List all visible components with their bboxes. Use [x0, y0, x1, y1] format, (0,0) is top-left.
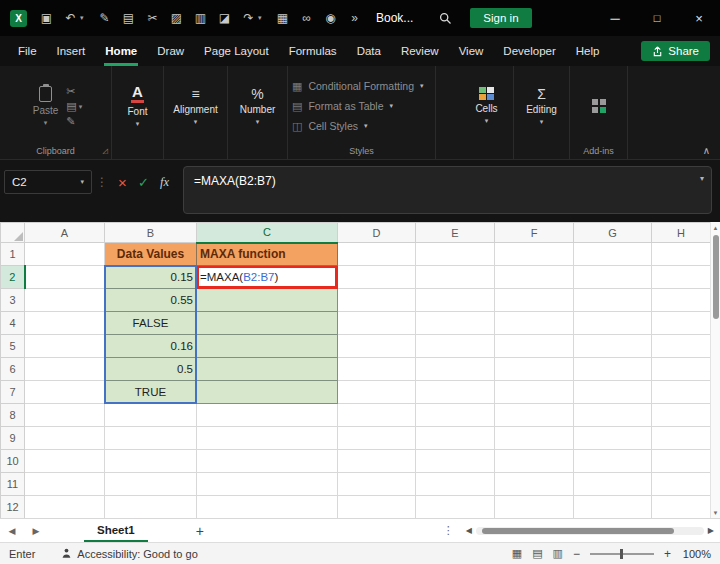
zoom-in-icon[interactable]: + [664, 547, 671, 561]
cell-F3[interactable] [495, 289, 574, 312]
row-header-7[interactable]: 7 [1, 381, 25, 404]
scroll-down-icon[interactable]: ▼ [713, 507, 719, 518]
expand-formula-bar-icon[interactable]: ▾ [700, 174, 704, 183]
row-header-9[interactable]: 9 [1, 427, 25, 450]
redo-icon[interactable]: ↷ [241, 12, 256, 24]
editing-button[interactable]: Σ Editing ▾ [522, 85, 561, 128]
cell-C6[interactable] [197, 358, 338, 381]
cell-E4[interactable] [416, 312, 495, 335]
cell-G2[interactable] [574, 266, 652, 289]
cell-D6[interactable] [338, 358, 416, 381]
cell-styles-button[interactable]: ◫ Cell Styles ▾ [292, 116, 431, 136]
col-header-C[interactable]: C [197, 223, 338, 243]
search-icon[interactable] [439, 12, 452, 25]
cell-H5[interactable] [652, 335, 711, 358]
cell-C2-editing[interactable]: =MAXA(B2:B7) [197, 266, 338, 289]
horizontal-scroll-track[interactable] [476, 527, 704, 535]
share-button[interactable]: Share [641, 41, 710, 61]
cell-E5[interactable] [416, 335, 495, 358]
col-header-D[interactable]: D [338, 223, 416, 243]
tab-review[interactable]: Review [391, 36, 449, 66]
cell-A12[interactable] [25, 496, 105, 519]
cell-G8[interactable] [574, 404, 652, 427]
cell-G1[interactable] [574, 243, 652, 266]
save-icon[interactable]: ▣ [39, 12, 54, 24]
row-header-5[interactable]: 5 [1, 335, 25, 358]
row-header-8[interactable]: 8 [1, 404, 25, 427]
scroll-right-icon[interactable]: ▶ [708, 526, 714, 535]
copy-button[interactable]: ▤▾ [66, 101, 82, 112]
cell-C10[interactable] [197, 450, 338, 473]
overflow-icon[interactable]: » [347, 12, 362, 24]
cell-D8[interactable] [338, 404, 416, 427]
cell-G4[interactable] [574, 312, 652, 335]
row-header-4[interactable]: 4 [1, 312, 25, 335]
sheet-tab-sheet1[interactable]: Sheet1 [84, 519, 148, 542]
tab-file[interactable]: File [8, 36, 47, 66]
page-break-view-icon[interactable]: ▥ [553, 548, 563, 559]
tab-page-layout[interactable]: Page Layout [194, 36, 279, 66]
cell-A10[interactable] [25, 450, 105, 473]
format-painter-button[interactable]: ✎ [66, 116, 82, 127]
row-header-3[interactable]: 3 [1, 289, 25, 312]
camera-icon[interactable]: ◉ [323, 12, 338, 24]
col-header-G[interactable]: G [574, 223, 652, 243]
close-button[interactable]: × [678, 0, 720, 36]
cells-button[interactable]: Cells ▾ [471, 85, 501, 127]
cell-C9[interactable] [197, 427, 338, 450]
cell-E2[interactable] [416, 266, 495, 289]
cell-D2[interactable] [338, 266, 416, 289]
cell-H6[interactable] [652, 358, 711, 381]
cell-H9[interactable] [652, 427, 711, 450]
row-header-12[interactable]: 12 [1, 496, 25, 519]
cut-button[interactable]: ✂ [66, 86, 82, 97]
link-icon[interactable]: ∞ [299, 12, 314, 24]
cell-E6[interactable] [416, 358, 495, 381]
insert-function-button[interactable]: fx [154, 170, 175, 194]
row-header-11[interactable]: 11 [1, 473, 25, 496]
cell-F4[interactable] [495, 312, 574, 335]
enter-button[interactable]: ✓ [133, 170, 154, 194]
picture-icon[interactable]: ▨ [169, 12, 184, 24]
cell-A9[interactable] [25, 427, 105, 450]
prev-sheet-icon[interactable]: ◀ [0, 526, 24, 536]
cell-G10[interactable] [574, 450, 652, 473]
copy-icon[interactable]: ▤ [121, 12, 136, 24]
excel-logo-icon[interactable]: X [10, 10, 27, 27]
add-sheet-button[interactable]: + [190, 523, 210, 539]
cell-E12[interactable] [416, 496, 495, 519]
cell-E7[interactable] [416, 381, 495, 404]
cell-G7[interactable] [574, 381, 652, 404]
cell-A2[interactable] [25, 266, 105, 289]
collapse-ribbon-icon[interactable]: ∧ [703, 145, 710, 156]
cell-E9[interactable] [416, 427, 495, 450]
cell-B4[interactable]: FALSE [105, 312, 197, 335]
col-header-F[interactable]: F [495, 223, 574, 243]
cell-F6[interactable] [495, 358, 574, 381]
cell-B2[interactable]: 0.15 [105, 266, 197, 289]
cut-icon[interactable]: ✂ [145, 12, 160, 24]
cell-B5[interactable]: 0.16 [105, 335, 197, 358]
cell-F7[interactable] [495, 381, 574, 404]
cell-A7[interactable] [25, 381, 105, 404]
cell-D5[interactable] [338, 335, 416, 358]
horizontal-scroll-thumb[interactable] [482, 528, 674, 534]
cell-G6[interactable] [574, 358, 652, 381]
col-header-A[interactable]: A [25, 223, 105, 243]
number-button[interactable]: % Number ▾ [236, 85, 280, 128]
pen-icon[interactable]: ✎ [97, 12, 112, 24]
tab-data[interactable]: Data [347, 36, 391, 66]
cell-F9[interactable] [495, 427, 574, 450]
cell-F8[interactable] [495, 404, 574, 427]
cell-A5[interactable] [25, 335, 105, 358]
cell-C4[interactable] [197, 312, 338, 335]
minimize-button[interactable]: ─ [594, 0, 636, 36]
row-header-1[interactable]: 1 [1, 243, 25, 266]
cell-B9[interactable] [105, 427, 197, 450]
cell-G12[interactable] [574, 496, 652, 519]
cell-H3[interactable] [652, 289, 711, 312]
cell-F1[interactable] [495, 243, 574, 266]
scroll-left-icon[interactable]: ◀ [466, 526, 472, 535]
cell-E10[interactable] [416, 450, 495, 473]
row-header-2[interactable]: 2 [1, 266, 25, 289]
